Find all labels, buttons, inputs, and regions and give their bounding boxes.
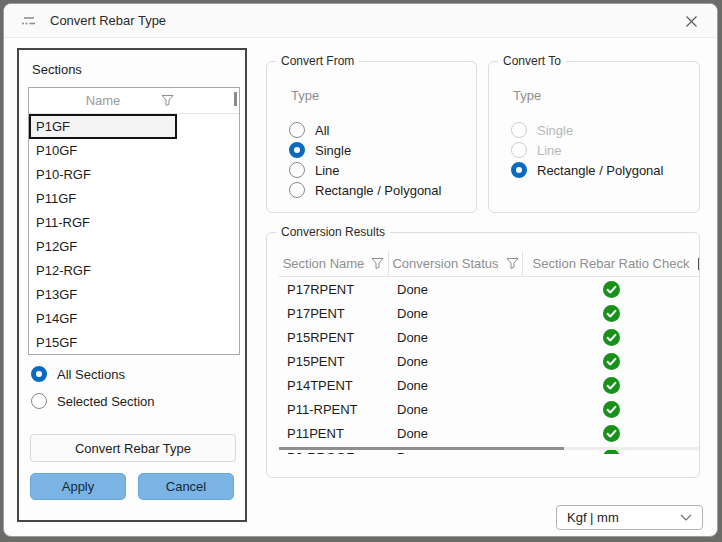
- chevron-down-icon: [680, 514, 692, 521]
- sections-list-header: Name: [29, 88, 239, 114]
- list-item[interactable]: P11GF: [29, 187, 239, 211]
- horizontal-scrollbar[interactable]: [279, 447, 699, 450]
- sections-list: Name P1GF P10GF P10-RGF P11GF P11-RGF P1…: [28, 87, 240, 355]
- column-header-section-name[interactable]: Section Name: [279, 251, 389, 276]
- results-table-header: Section Name Conversion Status: [279, 251, 699, 277]
- radio-to-rectangle-polygonal[interactable]: Rectangle / Polygonal: [511, 162, 663, 178]
- column-resize-cursor: [698, 258, 699, 270]
- cell-section-name: P11PENT: [279, 426, 389, 441]
- radio-from-rectangle-polygonal[interactable]: Rectangle / Polygonal: [289, 182, 441, 198]
- convert-to-group: Convert To Type Single Line Rectangle / …: [488, 61, 700, 213]
- radio-to-line: Line: [511, 142, 562, 158]
- cell-conversion-status: Done: [389, 330, 523, 345]
- filter-funnel-icon[interactable]: [161, 94, 174, 107]
- table-row[interactable]: P11PENTDone: [279, 421, 699, 445]
- close-button[interactable]: [675, 10, 707, 32]
- radio-icon: [31, 393, 47, 409]
- sections-panel: Sections Name P1GF P10GF P10-RGF P11GF P…: [17, 48, 247, 522]
- name-column-header[interactable]: Name: [29, 88, 177, 113]
- group-title: Conversion Results: [276, 225, 390, 239]
- table-row[interactable]: P17PENTDone: [279, 301, 699, 325]
- check-pass-icon: [603, 281, 620, 298]
- table-row[interactable]: P14TPENTDone: [279, 373, 699, 397]
- horizontal-scrollbar-thumb[interactable]: [279, 447, 564, 450]
- conversion-results-group: Conversion Results Section Name Conversi…: [266, 232, 700, 478]
- check-pass-icon: [603, 353, 620, 370]
- cell-conversion-status: Done: [389, 402, 523, 417]
- list-item[interactable]: P1GF: [29, 114, 177, 139]
- units-value: Kgf | mm: [567, 510, 619, 525]
- radio-icon: [289, 142, 305, 158]
- list-item[interactable]: P12GF: [29, 235, 239, 259]
- radio-label: All Sections: [57, 367, 125, 382]
- radio-from-all[interactable]: All: [289, 122, 329, 138]
- radio-icon: [31, 366, 47, 382]
- list-item[interactable]: P12-RGF: [29, 259, 239, 283]
- convert-rebar-type-button[interactable]: Convert Rebar Type: [30, 434, 236, 462]
- filter-funnel-icon[interactable]: [506, 257, 519, 270]
- check-pass-icon: [603, 329, 620, 346]
- radio-to-single: Single: [511, 122, 573, 138]
- cell-conversion-status: Done: [389, 282, 523, 297]
- results-table-body: P17RPENTDoneP17PENTDoneP15RPENTDoneP15PE…: [279, 277, 699, 454]
- check-pass-icon: [603, 305, 620, 322]
- apply-button[interactable]: Apply: [30, 473, 126, 500]
- radio-icon: [511, 162, 527, 178]
- units-dropdown[interactable]: Kgf | mm: [556, 505, 703, 530]
- cell-section-name: P17RPENT: [279, 282, 389, 297]
- column-header-label: Section Name: [283, 256, 365, 271]
- column-header-conversion-status[interactable]: Conversion Status: [389, 251, 523, 276]
- check-pass-icon: [603, 425, 620, 442]
- filter-funnel-icon[interactable]: [371, 257, 384, 270]
- cell-conversion-status: Done: [389, 378, 523, 393]
- radio-all-sections[interactable]: All Sections: [31, 366, 125, 382]
- radio-label: Selected Section: [57, 394, 155, 409]
- table-row[interactable]: P15PENTDone: [279, 349, 699, 373]
- column-header-label: Conversion Status: [392, 256, 498, 271]
- convert-rebar-type-dialog: Convert Rebar Type Sections Name: [3, 3, 718, 537]
- table-row[interactable]: P15RPENTDone: [279, 325, 699, 349]
- cell-section-name: P17PENT: [279, 306, 389, 321]
- group-title: Convert To: [498, 54, 566, 68]
- radio-icon: [511, 122, 527, 138]
- check-pass-icon: [603, 401, 620, 418]
- cell-section-name: P11-RPENT: [279, 402, 389, 417]
- radio-from-single[interactable]: Single: [289, 142, 351, 158]
- group-title: Convert From: [276, 54, 359, 68]
- cell-section-name: P15PENT: [279, 354, 389, 369]
- radio-icon: [289, 162, 305, 178]
- cell-conversion-status: Done: [389, 306, 523, 321]
- title-bar: Convert Rebar Type: [4, 4, 717, 38]
- radio-selected-section[interactable]: Selected Section: [31, 393, 155, 409]
- list-item[interactable]: P14GF: [29, 307, 239, 331]
- cell-conversion-status: Done: [389, 354, 523, 369]
- column-header-rebar-ratio-check[interactable]: Section Rebar Ratio Check: [523, 251, 699, 276]
- table-row[interactable]: P11-RPENTDone: [279, 397, 699, 421]
- cell-section-name: P15RPENT: [279, 330, 389, 345]
- radio-label: Line: [537, 143, 562, 158]
- type-label: Type: [513, 88, 541, 103]
- type-label: Type: [291, 88, 319, 103]
- sections-panel-title: Sections: [32, 62, 82, 77]
- radio-from-line[interactable]: Line: [289, 162, 340, 178]
- check-pass-icon: [603, 377, 620, 394]
- app-icon: [20, 14, 37, 27]
- radio-label: Rectangle / Polygonal: [315, 183, 441, 198]
- table-row[interactable]: P17RPENTDone: [279, 277, 699, 301]
- list-item[interactable]: P10-RGF: [29, 163, 239, 187]
- list-scrollbar-thumb[interactable]: [234, 92, 237, 106]
- list-item[interactable]: P10GF: [29, 139, 239, 163]
- cell-section-name: P9-RROOF: [279, 450, 389, 455]
- cell-section-name: P14TPENT: [279, 378, 389, 393]
- cell-conversion-status: Done: [389, 426, 523, 441]
- list-item[interactable]: P15GF: [29, 331, 239, 355]
- radio-label: Rectangle / Polygonal: [537, 163, 663, 178]
- close-icon: [685, 15, 698, 28]
- dialog-title: Convert Rebar Type: [50, 13, 166, 28]
- cell-conversion-status: Done: [389, 450, 523, 455]
- cancel-button[interactable]: Cancel: [138, 473, 234, 500]
- radio-label: All: [315, 123, 329, 138]
- list-item[interactable]: P11-RGF: [29, 211, 239, 235]
- list-item[interactable]: P13GF: [29, 283, 239, 307]
- radio-label: Single: [537, 123, 573, 138]
